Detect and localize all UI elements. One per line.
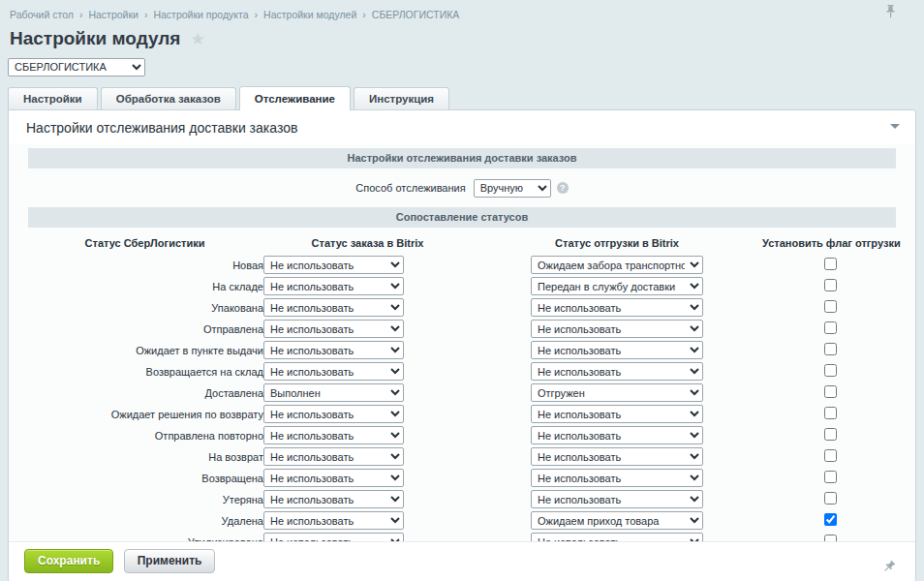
breadcrumb-separator-icon: › [255, 9, 259, 20]
order-status-select[interactable]: Не использовать [263, 298, 404, 317]
breadcrumb-module-settings[interactable]: Настройки модулей [263, 9, 356, 20]
order-status-select[interactable]: Не использовать [263, 256, 404, 274]
status-mapping-row: Доставлена Выполнен Отгружен [26, 382, 898, 404]
order-status-select[interactable]: Не использовать [263, 277, 404, 295]
order-status-select[interactable]: Не использовать [263, 320, 404, 338]
sber-status-label: Новая [26, 255, 263, 276]
sber-status-label: Отправлена [26, 319, 263, 340]
shipment-flag-checkbox[interactable] [824, 449, 837, 462]
save-button[interactable]: Сохранить [24, 549, 113, 573]
breadcrumb-separator-icon: › [79, 9, 83, 20]
shipment-flag-checkbox[interactable] [824, 279, 837, 291]
help-icon[interactable]: ? [557, 182, 569, 194]
order-status-select[interactable]: Не использовать [263, 447, 404, 466]
module-select[interactable]: СБЕРЛОГИСТИКА [8, 58, 145, 76]
shipment-status-select[interactable]: Не использовать [531, 426, 703, 444]
breadcrumb-sberlogistics[interactable]: СБЕРЛОГИСТИКА [372, 9, 460, 20]
sber-status-label: Ожидает решения по возврату [26, 404, 263, 425]
sber-status-label: На складе [26, 276, 263, 297]
favorite-star-icon[interactable]: ★ [190, 31, 204, 47]
status-mapping-row: На складе Не использовать Передан в служ… [26, 276, 898, 297]
status-mapping-row: Новая Не использовать Ожидаем забора тра… [26, 255, 898, 276]
status-mapping-row: Возвращена Не использовать Не использова… [26, 468, 898, 489]
shipment-status-select[interactable]: Передан в службу доставки [531, 277, 703, 295]
section-heading-status-mapping: Сопоставление статусов [28, 207, 896, 228]
shipment-status-select[interactable]: Ожидаем забора транспортной компанией [531, 256, 703, 274]
breadcrumb-settings[interactable]: Настройки [88, 9, 139, 20]
order-status-select[interactable]: Не использовать [263, 511, 404, 530]
column-header-shipment-flag: Установить флаг отгрузки [762, 229, 898, 255]
page-title: Настройки модуля [10, 28, 180, 49]
shipment-flag-checkbox[interactable] [824, 300, 837, 313]
shipment-flag-checkbox[interactable] [824, 513, 837, 526]
shipment-flag-checkbox[interactable] [824, 258, 837, 270]
tracking-method-select[interactable]: Вручную [474, 179, 551, 198]
sber-status-label: На возврат [26, 446, 263, 468]
tracking-method-label: Способ отслеживания [355, 182, 465, 194]
order-status-select[interactable]: Не использовать [263, 405, 404, 423]
breadcrumb-separator-icon: › [362, 9, 366, 20]
status-mapping-row: Упакована Не использовать Не использоват… [26, 297, 898, 319]
shipment-status-select[interactable]: Не использовать [531, 447, 703, 466]
tab-bar: Настройки Обработка заказов Отслеживание… [8, 86, 916, 109]
shipment-status-select[interactable]: Не использовать [531, 469, 703, 487]
shipment-status-select[interactable]: Не использовать [531, 405, 703, 423]
button-bar: Сохранить Применить [9, 541, 915, 581]
status-mapping-row: Отправлена повторно Не использовать Не и… [26, 425, 898, 446]
status-mapping-row: Возвращается на склад Не использовать Не… [26, 361, 898, 382]
order-status-select[interactable]: Не использовать [263, 469, 404, 487]
shipment-flag-checkbox[interactable] [824, 428, 837, 441]
column-header-sber-status: Статус СберЛогистики [26, 229, 263, 255]
shipment-status-select[interactable]: Не использовать [531, 341, 703, 359]
module-settings-page: Рабочий стол›Настройки›Настройки продукт… [0, 0, 924, 581]
tab-settings[interactable]: Настройки [8, 87, 98, 109]
status-mapping-row: Отправлена Не использовать Не использова… [26, 319, 898, 340]
breadcrumb-product-settings[interactable]: Настройки продукта [153, 9, 248, 20]
status-mapping-row: На возврат Не использовать Не использова… [26, 446, 898, 468]
shipment-flag-checkbox[interactable] [824, 321, 837, 334]
status-mapping-row: Удалена Не использовать Ожидаем приход т… [26, 510, 898, 532]
apply-button[interactable]: Применить [124, 549, 216, 573]
tracking-form: Настройки отслеживания доставки заказов … [9, 144, 915, 553]
tab-tracking[interactable]: Отслеживание [239, 86, 351, 110]
order-status-select[interactable]: Не использовать [263, 341, 404, 359]
sber-status-label: Возвращена [26, 468, 263, 489]
tab-instruction[interactable]: Инструкция [354, 87, 449, 109]
collapse-chevron-icon[interactable] [890, 124, 900, 129]
shipment-status-select[interactable]: Ожидаем приход товара [531, 511, 703, 530]
column-header-shipment-status: Статус отгрузки в Bitrix [472, 229, 762, 255]
sber-status-label: Утеряна [26, 489, 263, 510]
pin-icon[interactable] [882, 560, 896, 573]
sber-status-label: Упакована [26, 297, 263, 319]
shipment-status-select[interactable]: Не использовать [531, 320, 703, 338]
sber-status-label: Отправлена повторно [26, 425, 263, 446]
sber-status-label: Возвращается на склад [26, 361, 263, 382]
form-heading: Настройки отслеживания доставки заказов [9, 110, 915, 144]
shipment-status-select[interactable]: Не использовать [531, 362, 703, 381]
breadcrumb: Рабочий стол›Настройки›Настройки продукт… [8, 0, 916, 20]
status-mapping-row: Утеряна Не использовать Не использовать [26, 489, 898, 510]
order-status-select[interactable]: Не использовать [263, 426, 404, 444]
pin-icon[interactable] [884, 4, 897, 18]
column-header-order-status: Статус заказа в Bitrix [263, 229, 472, 255]
order-status-select[interactable]: Не использовать [263, 362, 404, 381]
tab-order-processing[interactable]: Обработка заказов [101, 87, 236, 109]
shipment-status-select[interactable]: Отгружен [531, 383, 703, 402]
sber-status-label: Удалена [26, 510, 263, 532]
shipment-flag-checkbox[interactable] [824, 364, 837, 377]
shipment-flag-checkbox[interactable] [824, 407, 837, 419]
shipment-status-select[interactable]: Не использовать [531, 298, 703, 317]
status-table-body: Новая Не использовать Ожидаем забора тра… [26, 255, 898, 553]
shipment-flag-checkbox[interactable] [824, 492, 837, 505]
breadcrumb-desktop[interactable]: Рабочий стол [10, 9, 74, 20]
status-mapping-row: Ожидает в пункте выдачи Не использовать … [26, 340, 898, 361]
shipment-status-select[interactable]: Не использовать [531, 490, 703, 508]
shipment-flag-checkbox[interactable] [824, 385, 837, 398]
shipment-flag-checkbox[interactable] [824, 343, 837, 355]
status-mapping-table: Статус СберЛогистики Статус заказа в Bit… [26, 229, 898, 553]
order-status-select[interactable]: Выполнен [263, 383, 404, 402]
status-mapping-row: Ожидает решения по возврату Не использов… [26, 404, 898, 425]
shipment-flag-checkbox[interactable] [824, 471, 837, 483]
order-status-select[interactable]: Не использовать [263, 490, 404, 508]
section-heading-tracking: Настройки отслеживания доставки заказов [28, 148, 896, 168]
